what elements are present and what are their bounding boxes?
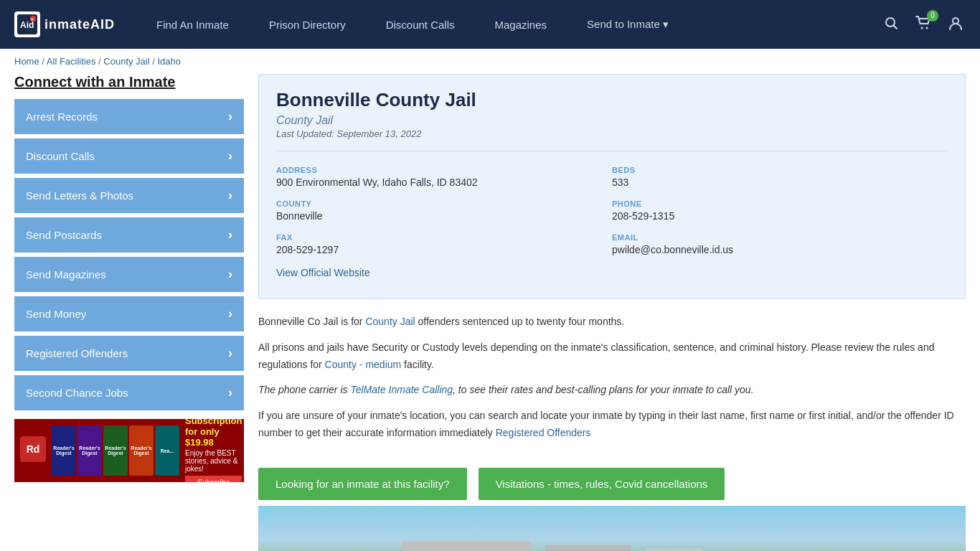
- phone-label: PHONE: [612, 199, 933, 208]
- facility-details: ADDRESS 900 Environmental Wy, Idaho Fall…: [276, 151, 948, 284]
- county-medium-link[interactable]: County - medium: [325, 359, 402, 370]
- chevron-icon: ›: [228, 306, 232, 321]
- svg-point-7: [926, 27, 928, 29]
- chevron-icon: ›: [228, 267, 232, 282]
- beds-cell: BEDS 533: [612, 160, 948, 194]
- building-1: [402, 542, 531, 551]
- chevron-icon: ›: [228, 109, 232, 124]
- subscribe-button[interactable]: Subscribe Now: [185, 476, 242, 483]
- sidebar-registered-offenders[interactable]: Registered Offenders ›: [14, 336, 244, 371]
- facility-updated: Last Updated: September 13, 2022: [276, 128, 948, 139]
- phone-cell: PHONE 208-529-1315: [612, 194, 948, 227]
- nav-find-inmate[interactable]: Find An Inmate: [136, 0, 249, 49]
- user-button[interactable]: [946, 13, 966, 37]
- county-value: Bonneville: [276, 210, 598, 222]
- official-website-link[interactable]: View Official Website: [276, 267, 370, 278]
- desc-para4: If you are unsure of your inmate's locat…: [258, 408, 966, 442]
- address-cell: ADDRESS 900 Environmental Wy, Idaho Fall…: [276, 160, 612, 194]
- breadcrumb-idaho[interactable]: Idaho: [157, 56, 181, 67]
- email-label: EMAIL: [612, 233, 933, 242]
- sidebar-send-magazines[interactable]: Send Magazines ›: [14, 257, 244, 292]
- county-jail-link[interactable]: County Jail: [365, 316, 415, 327]
- nav-icon-group: 0: [881, 13, 966, 37]
- fax-value: 208-529-1297: [276, 244, 598, 255]
- chevron-icon: ›: [228, 385, 232, 400]
- sidebar-discount-calls[interactable]: Discount Calls ›: [14, 138, 244, 174]
- main-container: Connect with an Inmate Arrest Records › …: [0, 74, 980, 551]
- navigation: Aid ♥ inmateAID Find An Inmate Prison Di…: [0, 0, 980, 49]
- sidebar-send-money[interactable]: Send Money ›: [14, 296, 244, 331]
- nav-discount-calls[interactable]: Discount Calls: [366, 0, 475, 49]
- sidebar-send-postcards[interactable]: Send Postcards ›: [14, 217, 244, 253]
- sidebar-title: Connect with an Inmate: [14, 74, 244, 90]
- county-label: COUNTY: [276, 199, 598, 208]
- nav-magazines[interactable]: Magazines: [475, 0, 567, 49]
- breadcrumb-county-jail[interactable]: County Jail: [103, 56, 149, 67]
- facility-card: Bonneville County Jail County Jail Last …: [258, 74, 966, 299]
- nav-prison-directory[interactable]: Prison Directory: [249, 0, 366, 49]
- visitations-button[interactable]: Visitations - times, rules, Covid cancel…: [479, 468, 725, 500]
- email-value: pwilde@co.bonneville.id.us: [612, 244, 933, 255]
- ad-books: Reader's Digest Reader's Digest Reader's…: [52, 425, 179, 476]
- desc-para3: The phone carrier is TelMate Inmate Call…: [258, 382, 966, 399]
- rd-logo: Rd: [20, 436, 46, 462]
- desc-para1: Bonneville Co Jail is for County Jail of…: [258, 314, 966, 331]
- action-buttons: Looking for an inmate at this facility? …: [258, 468, 966, 500]
- svg-text:♥: ♥: [31, 17, 34, 22]
- svg-line-5: [894, 25, 897, 29]
- svg-text:Aid: Aid: [20, 20, 34, 30]
- sidebar-send-letters[interactable]: Send Letters & Photos ›: [14, 178, 244, 213]
- county-cell: COUNTY Bonneville: [276, 194, 612, 227]
- fax-label: FAX: [276, 233, 598, 242]
- description-section: Bonneville Co Jail is for County Jail of…: [258, 311, 966, 459]
- breadcrumb-all-facilities[interactable]: All Facilities: [47, 56, 96, 67]
- search-button[interactable]: [881, 13, 901, 37]
- registered-offenders-link[interactable]: Registered Offenders: [496, 427, 591, 438]
- facility-type: County Jail: [276, 114, 948, 127]
- logo-icon: Aid ♥: [14, 11, 40, 37]
- ad-text: 1 Year Subscription for only $19.98 Enjo…: [185, 419, 242, 482]
- breadcrumb: Home / All Facilities / County Jail / Id…: [0, 49, 980, 74]
- svg-point-6: [921, 27, 923, 29]
- nav-links: Find An Inmate Prison Directory Discount…: [136, 0, 881, 49]
- svg-point-8: [953, 18, 958, 24]
- logo[interactable]: Aid ♥ inmateAID: [14, 11, 115, 37]
- nav-send-to-inmate[interactable]: Send to Inmate ▾: [567, 0, 689, 49]
- phone-value: 208-529-1315: [612, 210, 933, 222]
- address-value: 900 Environmental Wy, Idaho Falls, ID 83…: [276, 176, 598, 188]
- chevron-icon: ›: [228, 188, 232, 203]
- facility-image: [258, 506, 966, 551]
- cart-button[interactable]: 0: [913, 13, 934, 37]
- telmate-link[interactable]: TelMate Inmate Calling: [350, 384, 453, 395]
- beds-value: 533: [612, 176, 933, 188]
- email-cell: EMAIL pwilde@co.bonneville.id.us: [612, 227, 948, 261]
- beds-label: BEDS: [612, 166, 933, 174]
- official-website-cell: View Official Website: [276, 261, 948, 284]
- building-2: [545, 545, 631, 551]
- chevron-icon: ›: [228, 149, 232, 164]
- sidebar-second-chance-jobs[interactable]: Second Chance Jobs ›: [14, 375, 244, 410]
- breadcrumb-home[interactable]: Home: [14, 56, 39, 67]
- facility-name: Bonneville County Jail: [276, 89, 948, 111]
- find-inmate-button[interactable]: Looking for an inmate at this facility?: [258, 468, 467, 500]
- sidebar-arrest-records[interactable]: Arrest Records ›: [14, 99, 244, 134]
- desc-para2: All prisons and jails have Security or C…: [258, 339, 966, 374]
- chevron-icon: ›: [228, 346, 232, 361]
- chevron-icon: ›: [228, 227, 232, 242]
- cart-count: 0: [927, 10, 938, 22]
- logo-label: inmateAID: [44, 17, 115, 32]
- address-label: ADDRESS: [276, 166, 598, 174]
- main-content: Bonneville County Jail County Jail Last …: [258, 74, 966, 551]
- sidebar: Connect with an Inmate Arrest Records › …: [14, 74, 244, 551]
- fax-cell: FAX 208-529-1297: [276, 227, 612, 261]
- sidebar-advertisement: Rd Reader's Digest Reader's Digest Reade…: [14, 419, 244, 482]
